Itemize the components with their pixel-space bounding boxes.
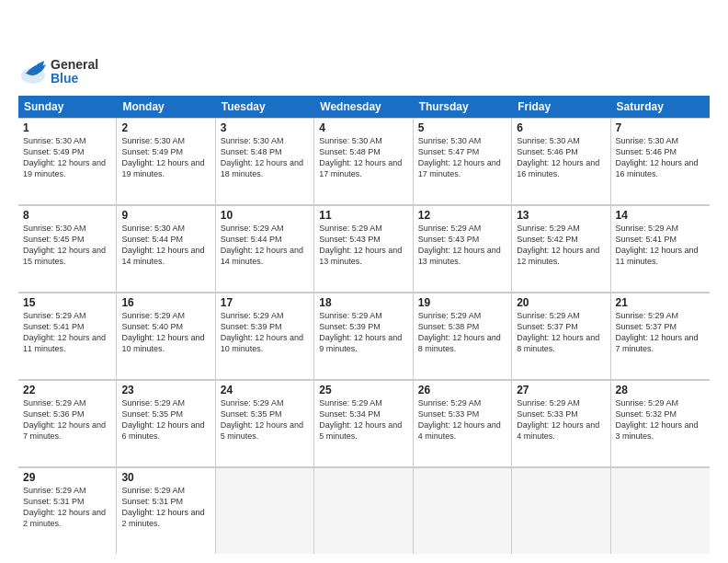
- logo-general: General: [51, 58, 98, 72]
- day-info: Sunrise: 5:29 AMSunset: 5:39 PMDaylight:…: [221, 310, 309, 355]
- day-number: 4: [319, 121, 407, 134]
- calendar-cell: 15Sunrise: 5:29 AMSunset: 5:41 PMDayligh…: [18, 293, 117, 379]
- calendar-cell: 14Sunrise: 5:29 AMSunset: 5:41 PMDayligh…: [611, 206, 710, 292]
- day-info: Sunrise: 5:29 AMSunset: 5:31 PMDaylight:…: [121, 485, 210, 530]
- day-number: 19: [418, 296, 506, 309]
- day-info: Sunrise: 5:30 AMSunset: 5:49 PMDaylight:…: [121, 135, 210, 180]
- calendar-cell: 4Sunrise: 5:30 AMSunset: 5:48 PMDaylight…: [314, 119, 413, 204]
- day-number: 20: [517, 296, 605, 309]
- day-info: Sunrise: 5:29 AMSunset: 5:40 PMDaylight:…: [121, 310, 210, 355]
- day-number: 21: [616, 296, 705, 309]
- calendar-cell: 2Sunrise: 5:30 AMSunset: 5:49 PMDaylight…: [117, 119, 215, 204]
- calendar-cell: 28Sunrise: 5:29 AMSunset: 5:32 PMDayligh…: [611, 381, 710, 466]
- calendar-cell: [414, 468, 512, 554]
- day-number: 22: [23, 384, 111, 396]
- day-info: Sunrise: 5:29 AMSunset: 5:41 PMDaylight:…: [23, 310, 111, 355]
- day-number: 8: [23, 209, 111, 222]
- calendar-row: 15Sunrise: 5:29 AMSunset: 5:41 PMDayligh…: [18, 293, 710, 380]
- day-number: 10: [221, 209, 309, 222]
- day-info: Sunrise: 5:29 AMSunset: 5:33 PMDaylight:…: [418, 397, 506, 442]
- calendar-cell: 11Sunrise: 5:29 AMSunset: 5:43 PMDayligh…: [314, 206, 413, 292]
- day-info: Sunrise: 5:30 AMSunset: 5:47 PMDaylight:…: [418, 135, 506, 180]
- calendar-row: 8Sunrise: 5:30 AMSunset: 5:45 PMDaylight…: [18, 205, 710, 293]
- day-info: Sunrise: 5:29 AMSunset: 5:36 PMDaylight:…: [23, 397, 111, 442]
- calendar-row: 22Sunrise: 5:29 AMSunset: 5:36 PMDayligh…: [18, 380, 710, 467]
- day-info: Sunrise: 5:29 AMSunset: 5:44 PMDaylight:…: [221, 223, 309, 268]
- day-number: 11: [319, 209, 407, 222]
- day-info: Sunrise: 5:29 AMSunset: 5:35 PMDaylight:…: [221, 397, 309, 442]
- calendar-body: 1Sunrise: 5:30 AMSunset: 5:49 PMDaylight…: [18, 118, 710, 554]
- calendar-cell: 3Sunrise: 5:30 AMSunset: 5:48 PMDaylight…: [216, 119, 314, 204]
- logo-image: General Blue: [18, 57, 98, 86]
- weekday-header: Monday: [117, 96, 215, 118]
- calendar-cell: 13Sunrise: 5:29 AMSunset: 5:42 PMDayligh…: [512, 206, 610, 292]
- calendar-cell: 9Sunrise: 5:30 AMSunset: 5:44 PMDaylight…: [117, 206, 215, 292]
- calendar-cell: 30Sunrise: 5:29 AMSunset: 5:31 PMDayligh…: [117, 468, 215, 554]
- day-number: 29: [23, 471, 111, 484]
- day-number: 9: [121, 209, 210, 222]
- day-info: Sunrise: 5:29 AMSunset: 5:37 PMDaylight:…: [517, 310, 605, 355]
- calendar-cell: 8Sunrise: 5:30 AMSunset: 5:45 PMDaylight…: [18, 206, 117, 292]
- weekday-header: Wednesday: [314, 96, 413, 118]
- day-info: Sunrise: 5:30 AMSunset: 5:44 PMDaylight:…: [121, 223, 210, 268]
- weekday-header: Sunday: [18, 96, 117, 118]
- day-info: Sunrise: 5:30 AMSunset: 5:49 PMDaylight:…: [23, 135, 111, 180]
- calendar-cell: 12Sunrise: 5:29 AMSunset: 5:43 PMDayligh…: [414, 206, 512, 292]
- day-number: 16: [121, 296, 210, 309]
- day-info: Sunrise: 5:29 AMSunset: 5:34 PMDaylight:…: [319, 397, 407, 442]
- day-number: 14: [616, 209, 705, 222]
- calendar-cell: 26Sunrise: 5:29 AMSunset: 5:33 PMDayligh…: [414, 381, 512, 466]
- day-number: 6: [517, 121, 605, 134]
- day-number: 15: [23, 296, 111, 309]
- calendar-cell: 21Sunrise: 5:29 AMSunset: 5:37 PMDayligh…: [611, 293, 710, 379]
- day-info: Sunrise: 5:30 AMSunset: 5:46 PMDaylight:…: [517, 135, 605, 180]
- day-number: 3: [221, 121, 309, 134]
- calendar-cell: 19Sunrise: 5:29 AMSunset: 5:38 PMDayligh…: [414, 293, 512, 379]
- day-info: Sunrise: 5:29 AMSunset: 5:31 PMDaylight:…: [23, 485, 111, 530]
- calendar-cell: 20Sunrise: 5:29 AMSunset: 5:37 PMDayligh…: [512, 293, 610, 379]
- day-number: 5: [418, 121, 506, 134]
- calendar-cell: 17Sunrise: 5:29 AMSunset: 5:39 PMDayligh…: [216, 293, 314, 379]
- day-info: Sunrise: 5:29 AMSunset: 5:33 PMDaylight:…: [517, 397, 605, 442]
- calendar-cell: 29Sunrise: 5:29 AMSunset: 5:31 PMDayligh…: [18, 468, 117, 554]
- day-info: Sunrise: 5:29 AMSunset: 5:35 PMDaylight:…: [121, 397, 210, 442]
- page: General Blue SundayMondayTuesdayWednesda…: [0, 0, 728, 563]
- calendar-cell: 5Sunrise: 5:30 AMSunset: 5:47 PMDaylight…: [414, 119, 512, 204]
- calendar-cell: 18Sunrise: 5:29 AMSunset: 5:39 PMDayligh…: [314, 293, 413, 379]
- weekday-header: Tuesday: [216, 96, 314, 118]
- day-info: Sunrise: 5:29 AMSunset: 5:38 PMDaylight:…: [418, 310, 506, 355]
- day-info: Sunrise: 5:29 AMSunset: 5:39 PMDaylight:…: [319, 310, 407, 355]
- calendar-cell: 6Sunrise: 5:30 AMSunset: 5:46 PMDaylight…: [512, 119, 610, 204]
- day-info: Sunrise: 5:30 AMSunset: 5:48 PMDaylight:…: [319, 135, 407, 180]
- calendar-cell: 16Sunrise: 5:29 AMSunset: 5:40 PMDayligh…: [117, 293, 215, 379]
- weekday-header: Saturday: [611, 96, 710, 118]
- calendar-cell: 27Sunrise: 5:29 AMSunset: 5:33 PMDayligh…: [512, 381, 610, 466]
- day-number: 27: [517, 384, 605, 396]
- calendar-cell: 22Sunrise: 5:29 AMSunset: 5:36 PMDayligh…: [18, 381, 117, 466]
- day-number: 25: [319, 384, 407, 396]
- logo-blue: Blue: [51, 72, 98, 86]
- day-number: 12: [418, 209, 506, 222]
- day-number: 23: [121, 384, 210, 396]
- header: General Blue: [18, 15, 710, 86]
- calendar-cell: 24Sunrise: 5:29 AMSunset: 5:35 PMDayligh…: [216, 381, 314, 466]
- calendar-cell: 7Sunrise: 5:30 AMSunset: 5:46 PMDaylight…: [611, 119, 710, 204]
- calendar-row: 1Sunrise: 5:30 AMSunset: 5:49 PMDaylight…: [18, 118, 710, 205]
- calendar-cell: 1Sunrise: 5:30 AMSunset: 5:49 PMDaylight…: [18, 119, 117, 204]
- day-number: 28: [616, 384, 705, 396]
- calendar-cell: [512, 468, 610, 554]
- logo: General Blue: [18, 15, 98, 86]
- weekday-header: Friday: [512, 96, 610, 118]
- day-info: Sunrise: 5:29 AMSunset: 5:41 PMDaylight:…: [616, 223, 705, 268]
- day-info: Sunrise: 5:29 AMSunset: 5:42 PMDaylight:…: [517, 223, 605, 268]
- day-number: 2: [121, 121, 210, 134]
- calendar: SundayMondayTuesdayWednesdayThursdayFrid…: [18, 96, 710, 554]
- day-number: 24: [221, 384, 309, 396]
- day-info: Sunrise: 5:29 AMSunset: 5:32 PMDaylight:…: [616, 397, 705, 442]
- day-number: 30: [121, 471, 210, 484]
- weekday-header: Thursday: [414, 96, 512, 118]
- calendar-cell: 10Sunrise: 5:29 AMSunset: 5:44 PMDayligh…: [216, 206, 314, 292]
- day-number: 26: [418, 384, 506, 396]
- calendar-cell: 25Sunrise: 5:29 AMSunset: 5:34 PMDayligh…: [314, 381, 413, 466]
- day-info: Sunrise: 5:29 AMSunset: 5:43 PMDaylight:…: [418, 223, 506, 268]
